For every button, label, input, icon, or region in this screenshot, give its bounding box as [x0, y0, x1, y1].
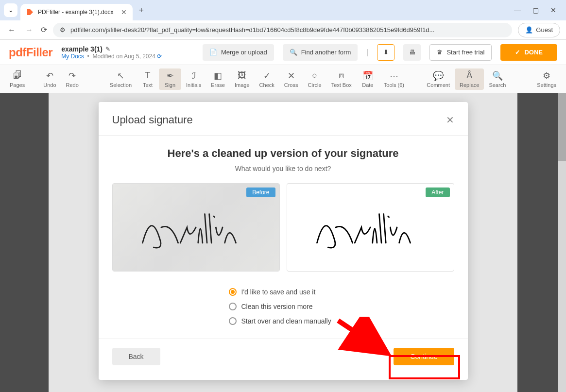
tool-redo[interactable]: ↷Redo: [61, 68, 84, 90]
new-tab-button[interactable]: +: [138, 5, 144, 16]
sign-icon: ✒: [167, 70, 174, 81]
site-settings-icon[interactable]: ⚙: [60, 26, 66, 34]
gear-icon: ⚙: [543, 70, 550, 81]
toolbar: 🗐Pages ↶Undo ↷Redo ↖Selection TText ✒Sig…: [0, 65, 566, 93]
browser-tab[interactable]: PDFfiller - example 3(1).docx ✕: [20, 4, 133, 20]
options-group: I'd like to save and use it Clean this v…: [112, 288, 454, 325]
search-icon: 🔍: [492, 70, 503, 81]
tool-initials[interactable]: ℐInitials: [181, 68, 206, 90]
radio-icon: [229, 317, 237, 325]
close-icon[interactable]: ✕: [446, 114, 454, 126]
date-icon: 📅: [362, 70, 373, 81]
tool-settings[interactable]: ⚙Settings: [532, 68, 561, 90]
tool-comment[interactable]: 💬Comment: [422, 68, 455, 90]
tool-search[interactable]: 🔍Search: [484, 68, 511, 90]
app-header: pdfFiller example 3(1) ✎ My Docs • Modif…: [0, 40, 566, 65]
address-bar: ← → ⟳ ⚙ pdffiller.com/jsfiller-desk20/?f…: [0, 20, 566, 40]
pdffiller-favicon: [26, 8, 34, 16]
maximize-icon[interactable]: ▢: [532, 6, 539, 14]
radio-icon: [229, 288, 237, 296]
erase-icon: ◧: [214, 70, 222, 81]
doc-info: example 3(1) ✎ My Docs • Modified on Aug…: [61, 45, 162, 60]
modal-subheading: What would you like to do next?: [112, 165, 454, 172]
text-icon: T: [145, 70, 151, 81]
before-tag: Before: [246, 187, 275, 197]
option-save-use[interactable]: I'd like to save and use it: [229, 288, 454, 296]
initials-icon: ℐ: [192, 70, 196, 81]
tool-undo[interactable]: ↶Undo: [38, 68, 61, 90]
option-start-over[interactable]: Start over and clean manually: [229, 317, 454, 325]
done-button[interactable]: ✓ DONE: [500, 44, 557, 61]
modal-heading: Here's a cleaned up version of your sign…: [112, 147, 454, 160]
after-tag: After: [426, 187, 449, 197]
url-text: pdffiller.com/jsfiller-desk20/?flat_pdf_…: [70, 26, 505, 34]
tab-title: PDFfiller - example 3(1).docx: [38, 9, 113, 16]
start-trial-button[interactable]: ♛ Start free trial: [429, 44, 492, 61]
signature-after: After: [287, 183, 454, 272]
close-icon[interactable]: ✕: [121, 8, 127, 16]
back-arrow-icon[interactable]: ←: [6, 26, 17, 34]
textbox-icon: ⧈: [339, 70, 344, 81]
comment-icon: 💬: [433, 70, 444, 81]
upload-signature-modal: Upload signature ✕ Here's a cleaned up v…: [99, 102, 468, 380]
clock-icon: ⟳: [157, 53, 162, 60]
find-icon: 🔍: [290, 49, 297, 56]
tab-dropdown[interactable]: ⌄: [4, 3, 17, 17]
signature-before: Before: [112, 183, 280, 272]
tool-date[interactable]: 📅Date: [357, 68, 379, 90]
option-clean-more[interactable]: Clean this version more: [229, 303, 454, 310]
tool-erase[interactable]: ◧Erase: [206, 68, 230, 90]
user-icon: 👤: [525, 26, 533, 34]
redo-icon: ↷: [69, 70, 76, 81]
window-controls: — ▢ ✕: [514, 6, 562, 14]
tool-text[interactable]: TText: [137, 68, 159, 90]
browser-tab-bar: ⌄ PDFfiller - example 3(1).docx ✕ + — ▢ …: [0, 0, 566, 20]
reload-icon[interactable]: ⟳: [41, 25, 47, 34]
tool-pages[interactable]: 🗐Pages: [5, 68, 30, 90]
tool-selection[interactable]: ↖Selection: [105, 68, 137, 90]
guest-profile-button[interactable]: 👤 Guest: [518, 23, 560, 37]
back-button[interactable]: Back: [112, 348, 160, 365]
print-icon: 🖶: [409, 49, 415, 56]
tool-cross[interactable]: ✕Cross: [279, 68, 303, 90]
document-canvas: Upload signature ✕ Here's a cleaned up v…: [0, 93, 566, 392]
tool-replace[interactable]: ÅReplace: [455, 68, 484, 90]
check-icon: ✓: [515, 49, 520, 56]
close-window-icon[interactable]: ✕: [550, 6, 556, 14]
radio-icon: [229, 303, 237, 310]
my-docs-link[interactable]: My Docs: [61, 53, 84, 60]
tool-image[interactable]: 🖼Image: [230, 68, 255, 90]
download-button[interactable]: ⬇: [377, 44, 394, 61]
pages-icon: 🗐: [13, 70, 22, 81]
modified-text: Modified on Aug 5, 2024: [92, 53, 155, 60]
check-icon: ✓: [263, 70, 271, 81]
tool-textbox[interactable]: ⧈Text Box: [326, 68, 357, 90]
tool-tools[interactable]: ⋯Tools (6): [379, 68, 409, 90]
cursor-icon: ↖: [117, 70, 124, 81]
more-icon: ⋯: [390, 70, 398, 81]
merge-icon: 📄: [209, 49, 217, 56]
forward-arrow-icon: →: [23, 26, 35, 34]
edit-icon[interactable]: ✎: [105, 46, 110, 52]
modal-title: Upload signature: [112, 114, 193, 126]
replace-icon: Å: [466, 70, 472, 81]
tool-sign[interactable]: ✒Sign: [159, 68, 181, 90]
image-icon: 🖼: [238, 70, 246, 81]
cross-icon: ✕: [288, 70, 295, 81]
download-icon: ⬇: [383, 49, 389, 56]
tool-circle[interactable]: ○Circle: [303, 68, 326, 90]
logo[interactable]: pdfFiller: [9, 46, 52, 59]
minimize-icon[interactable]: —: [514, 6, 521, 14]
circle-icon: ○: [312, 70, 317, 81]
modal-overlay: Upload signature ✕ Here's a cleaned up v…: [0, 93, 566, 392]
print-button[interactable]: 🖶: [403, 44, 421, 61]
url-input[interactable]: ⚙ pdffiller.com/jsfiller-desk20/?flat_pd…: [53, 23, 512, 37]
undo-icon: ↶: [46, 70, 53, 81]
merge-upload-button[interactable]: 📄 Merge or upload: [203, 44, 274, 61]
crown-icon: ♛: [437, 49, 443, 56]
continue-button[interactable]: Continue: [394, 348, 454, 365]
tool-check[interactable]: ✓Check: [255, 68, 279, 90]
find-form-button[interactable]: 🔍 Find another form: [283, 44, 358, 61]
doc-title: example 3(1): [61, 45, 103, 53]
